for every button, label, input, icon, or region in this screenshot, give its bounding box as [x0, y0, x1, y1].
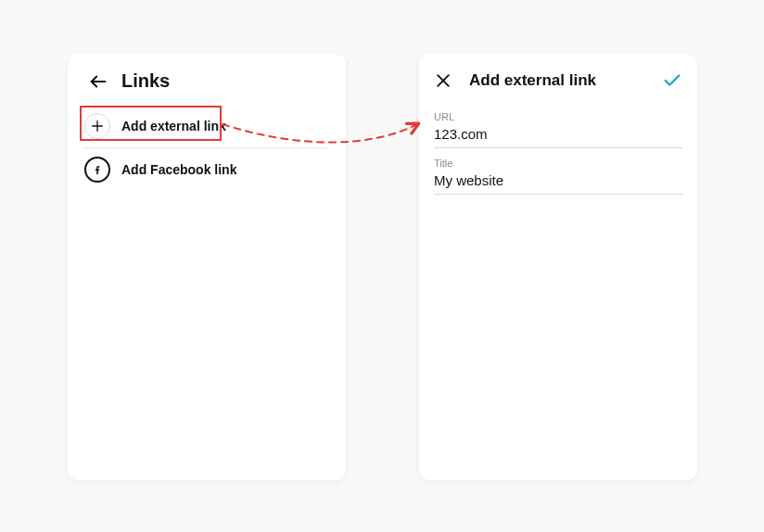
title-label: Title	[434, 158, 682, 169]
add-external-link-label: Add external link	[121, 119, 226, 133]
confirm-check-icon[interactable]	[662, 70, 682, 91]
title-field: Title	[434, 158, 682, 195]
add-external-link-row[interactable]: Add external link	[68, 105, 346, 147]
add-facebook-link-label: Add Facebook link	[121, 162, 236, 177]
add-link-header: Add external link	[419, 54, 697, 100]
add-facebook-link-row[interactable]: Add Facebook link	[68, 148, 346, 191]
url-input[interactable]	[434, 122, 682, 144]
plus-icon	[84, 113, 110, 139]
facebook-icon	[84, 157, 110, 183]
close-icon[interactable]	[434, 71, 452, 90]
links-title: Links	[121, 70, 170, 92]
title-input[interactable]	[434, 169, 682, 190]
url-field: URL	[434, 111, 682, 148]
add-external-link-panel: Add external link URL Title	[419, 54, 697, 480]
links-panel: Links Add external link Add Facebook lin…	[68, 54, 346, 480]
back-arrow-icon[interactable]	[88, 71, 108, 92]
add-link-form: URL Title	[419, 100, 697, 195]
url-label: URL	[434, 111, 682, 122]
links-header: Links	[68, 54, 346, 105]
add-link-title: Add external link	[469, 71, 662, 90]
